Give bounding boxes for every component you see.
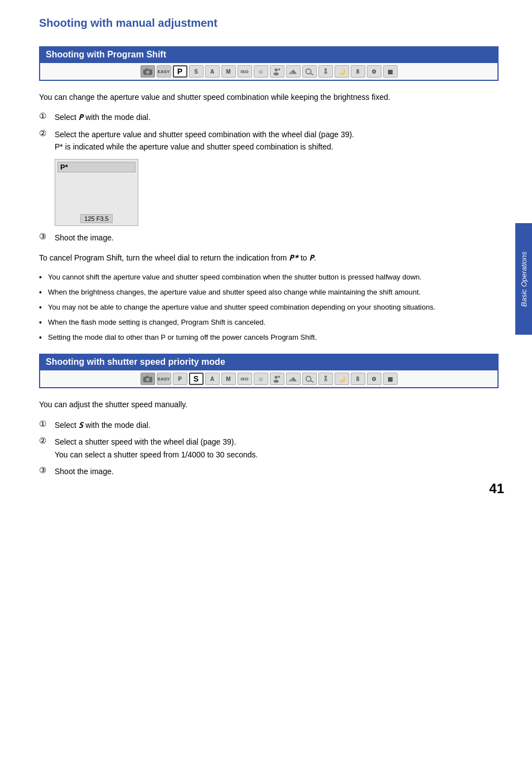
mode-8: 8 bbox=[351, 65, 365, 78]
mode-scene: ☺ bbox=[254, 65, 268, 78]
step-text-1-3: Shoot the image. bbox=[55, 232, 114, 244]
sidebar-label: Basic Operations bbox=[515, 223, 532, 335]
section1-header: Shooting with Program Shift bbox=[39, 46, 499, 63]
bullet-4: • bbox=[39, 317, 48, 329]
svg-point-9 bbox=[306, 69, 311, 74]
svg-point-17 bbox=[146, 378, 149, 381]
step-num-1-2: ② bbox=[39, 128, 55, 138]
step-2-2: ② Select a shutter speed with the wheel … bbox=[39, 436, 499, 461]
step-text-2-1: Select S with the mode dial. bbox=[55, 419, 151, 431]
step-text-2-2: Select a shutter speed with the wheel di… bbox=[55, 436, 258, 461]
step-num-1-3: ③ bbox=[39, 232, 55, 242]
mode2-8: 8 bbox=[351, 373, 365, 385]
mode-portrait bbox=[270, 65, 284, 78]
step-2-1: ① Select S with the mode dial. bbox=[39, 419, 499, 431]
mode2-scene: ☺ bbox=[254, 373, 268, 385]
svg-rect-18 bbox=[146, 376, 148, 378]
mode-camera-icon bbox=[141, 65, 155, 78]
svg-point-6 bbox=[278, 69, 280, 71]
svg-rect-3 bbox=[146, 69, 148, 70]
mode2-m: M bbox=[221, 373, 236, 385]
mode-m: M bbox=[221, 65, 236, 78]
mode2-grid: ▦ bbox=[383, 373, 398, 385]
section1: Shooting with Program Shift EASY P S A M… bbox=[39, 46, 499, 344]
mode-macro bbox=[302, 65, 317, 78]
mode2-camera-icon bbox=[141, 373, 155, 385]
svg-point-26 bbox=[324, 375, 327, 378]
mode2-macro bbox=[302, 373, 317, 385]
step-2-3: ③ Shoot the image. bbox=[39, 465, 499, 478]
bullet-2: • bbox=[39, 287, 48, 298]
step-text-2-3: Shoot the image. bbox=[55, 465, 114, 478]
section2-mode-bar: EASY P S A M ISO ☺ bbox=[39, 370, 499, 388]
mode-p-active: P bbox=[173, 65, 187, 78]
note-text-1: You cannot shift the aperture value and … bbox=[48, 272, 422, 283]
svg-point-19 bbox=[274, 376, 277, 379]
mode2-gear: ⚙ bbox=[367, 373, 381, 385]
svg-point-21 bbox=[278, 376, 280, 378]
step-num-2-3: ③ bbox=[39, 465, 55, 475]
mode2-night: 🌙 bbox=[335, 373, 349, 385]
step-text-1-2: Select the aperture value and shutter sp… bbox=[55, 128, 354, 153]
mode2-p: P bbox=[173, 373, 187, 385]
step-1-2: ② Select the aperture value and shutter … bbox=[39, 128, 499, 153]
mode2-sport bbox=[318, 373, 333, 385]
mode-grid: ▦ bbox=[383, 65, 398, 78]
svg-point-20 bbox=[273, 380, 278, 383]
note-2: • When the brightness changes, the apert… bbox=[39, 287, 499, 298]
step-sub-2-2: You can select a shutter speed from 1/40… bbox=[55, 449, 258, 461]
note-3: • You may not be able to change the aper… bbox=[39, 302, 499, 314]
note-5: • Setting the mode dial to other than P … bbox=[39, 332, 499, 344]
lcd-bottom-label: 125 F3.5 bbox=[80, 214, 112, 223]
mode-sport bbox=[318, 65, 333, 78]
section2-intro: You can adjust the shutter speed manuall… bbox=[39, 398, 499, 411]
section1-notes: • You cannot shift the aperture value an… bbox=[39, 272, 499, 344]
note-text-3: You may not be able to change the apertu… bbox=[48, 302, 436, 313]
step-1-3: ③ Shoot the image. bbox=[39, 232, 499, 244]
svg-line-10 bbox=[310, 74, 313, 75]
svg-point-11 bbox=[324, 68, 327, 71]
svg-point-4 bbox=[274, 69, 277, 71]
bullet-5: • bbox=[39, 332, 48, 344]
mode2-a: A bbox=[205, 373, 220, 385]
note-1: • You cannot shift the aperture value an… bbox=[39, 272, 499, 283]
mode-a: A bbox=[205, 65, 220, 78]
lcd-preview: P* 125 F3.5 bbox=[55, 159, 138, 226]
step-num-1-1: ① bbox=[39, 111, 55, 121]
mode-s: S bbox=[189, 65, 204, 78]
bullet-3: • bbox=[39, 302, 48, 314]
sidebar-label-text: Basic Operations bbox=[520, 252, 528, 307]
section2-steps: ① Select S with the mode dial. ② Select … bbox=[39, 419, 499, 478]
mode2-s-active: S bbox=[189, 373, 204, 385]
step-num-2-2: ② bbox=[39, 436, 55, 446]
mode2-iso: ISO bbox=[238, 373, 252, 385]
mode2-portrait bbox=[270, 373, 284, 385]
bullet-1: • bbox=[39, 272, 48, 283]
mode-iso: ISO bbox=[238, 65, 252, 78]
mode2-easy: EASY bbox=[157, 373, 171, 385]
svg-point-2 bbox=[146, 71, 149, 74]
lcd-top-label: P* bbox=[57, 162, 136, 172]
svg-point-24 bbox=[306, 377, 311, 382]
svg-line-25 bbox=[310, 381, 313, 383]
cancel-note: To cancel Program Shift, turn the wheel … bbox=[39, 252, 499, 264]
mode-night: 🌙 bbox=[335, 65, 349, 78]
mode2-landscape bbox=[286, 373, 301, 385]
step-text-1-1: Select P with the mode dial. bbox=[55, 111, 151, 123]
mode-landscape bbox=[286, 65, 301, 78]
note-text-4: When the flash mode setting is changed, … bbox=[48, 317, 265, 328]
step-sub-1-2: P* is indicated while the aperture value… bbox=[55, 141, 354, 153]
note-text-2: When the brightness changes, the apertur… bbox=[48, 287, 420, 298]
section2: Shooting with shutter speed priority mod… bbox=[39, 354, 499, 478]
section1-intro: You can change the aperture value and sh… bbox=[39, 91, 499, 103]
note-4: • When the flash mode setting is changed… bbox=[39, 317, 499, 329]
mode-easy: EASY bbox=[157, 65, 171, 78]
section2-header: Shooting with shutter speed priority mod… bbox=[39, 354, 499, 370]
step-num-2-1: ① bbox=[39, 419, 55, 429]
page-title: Shooting with manual adjustment bbox=[39, 17, 499, 30]
step-1-1: ① Select P with the mode dial. bbox=[39, 111, 499, 123]
page-number: 41 bbox=[489, 481, 504, 496]
section1-mode-bar: EASY P S A M ISO ☺ bbox=[39, 63, 499, 81]
svg-point-5 bbox=[273, 73, 278, 75]
mode-gear: ⚙ bbox=[367, 65, 381, 78]
